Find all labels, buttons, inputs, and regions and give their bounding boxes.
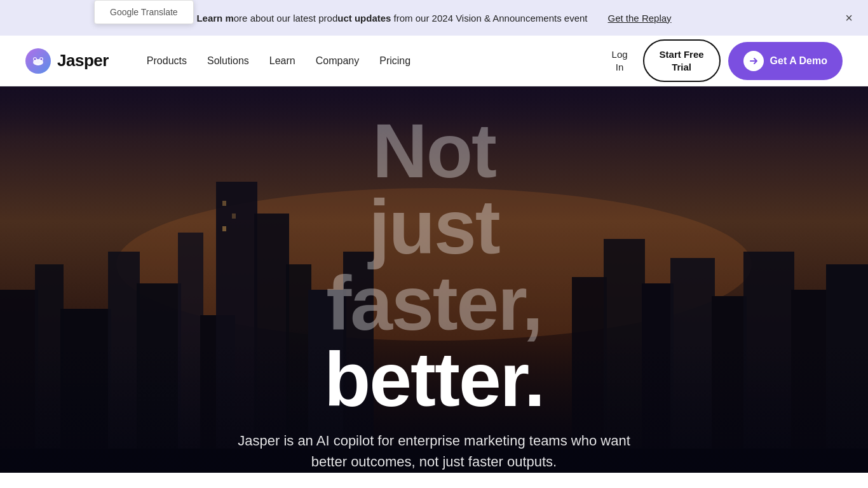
nav-actions: LogIn Start FreeTrial Get A Demo — [604, 39, 843, 82]
hero-title-line1: Not — [238, 112, 630, 189]
google-translate-tooltip: Google Translate — [94, 0, 194, 24]
nav-solutions[interactable]: Solutions — [200, 50, 257, 72]
logo-link[interactable]: Jasper — [25, 48, 109, 74]
announcement-banner: Google Translate Learn more about our la… — [0, 0, 868, 36]
get-replay-link[interactable]: Get the Replay — [608, 13, 672, 24]
nav-pricing[interactable]: Pricing — [372, 50, 418, 72]
nav-products[interactable]: Products — [139, 50, 194, 72]
hero-title-line2: just — [238, 189, 630, 265]
get-demo-label: Get A Demo — [770, 55, 827, 67]
nav-links: Products Solutions Learn Company Pricing — [139, 50, 584, 72]
nav-learn[interactable]: Learn — [262, 50, 303, 72]
hero-title-line4: better. — [238, 341, 630, 417]
announcement-text: Learn more about our latest product upda… — [196, 13, 587, 24]
get-demo-button[interactable]: Get A Demo — [728, 42, 843, 80]
announcement-bold-text: Learn m — [196, 13, 233, 24]
hero-subtitle: Jasper is an AI copilot for enterprise m… — [238, 430, 630, 472]
svg-point-4 — [34, 58, 36, 60]
svg-point-5 — [41, 58, 43, 60]
navbar: Jasper Products Solutions Learn Company … — [0, 36, 868, 86]
hero-content: Not just faster, better. Jasper is an AI… — [225, 87, 643, 472]
translate-tooltip-label: Google Translate — [110, 7, 178, 17]
login-button[interactable]: LogIn — [604, 43, 635, 78]
close-announcement-button[interactable]: × — [845, 11, 853, 24]
hero-subtitle-part2: better outcomes, not just faster outputs… — [311, 454, 557, 470]
jasper-logo-icon — [25, 48, 51, 74]
start-free-trial-button[interactable]: Start FreeTrial — [643, 39, 721, 82]
hero-title-line3: faster, — [238, 265, 630, 341]
logo-text: Jasper — [57, 51, 109, 71]
hero-section: Not just faster, better. Jasper is an AI… — [0, 86, 868, 473]
announcement-bold-text2: uct updates — [337, 13, 391, 24]
arrow-right-icon — [749, 56, 759, 66]
hero-title: Not just faster, better. — [238, 112, 630, 417]
arrow-icon — [743, 51, 764, 71]
nav-company[interactable]: Company — [308, 50, 367, 72]
hero-subtitle-part1: Jasper is an AI copilot for enterprise m… — [238, 433, 630, 449]
